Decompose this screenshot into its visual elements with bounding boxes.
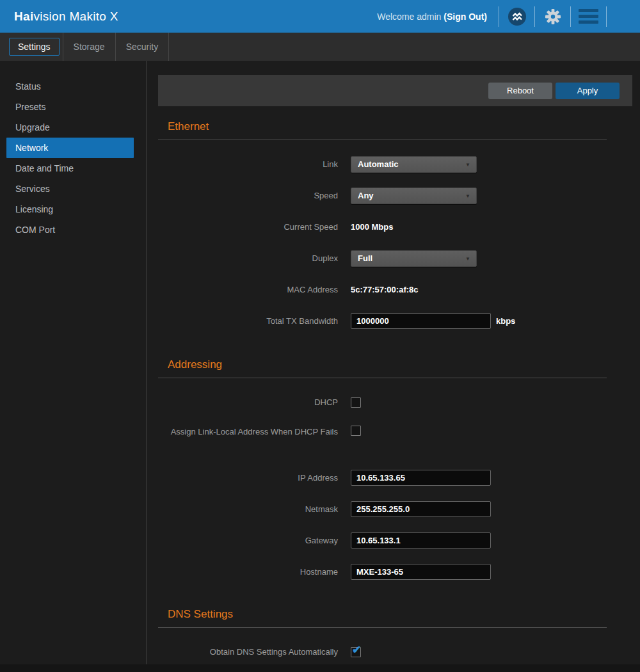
tab-storage[interactable]: Storage <box>63 33 115 61</box>
duplex-select[interactable]: Full ▼ <box>351 250 477 267</box>
welcome-text: Welcome admin <box>377 12 441 22</box>
form-row-mac-address: MAC Address 5c:77:57:00:af:8c <box>158 274 607 305</box>
form-row-link-local: Assign Link-Local Address When DHCP Fail… <box>158 418 607 462</box>
section-ethernet: Ethernet Link Automatic ▼ Speed <box>158 120 607 337</box>
speed-select-value: Any <box>358 191 374 200</box>
chevron-down-icon: ▼ <box>465 162 470 168</box>
ip-address-label: IP Address <box>158 472 338 484</box>
sign-out-link[interactable]: (Sign Out) <box>444 12 487 22</box>
section-dns-settings: DNS Settings Obtain DNS Settings Automat… <box>158 607 607 664</box>
logo-bold: Hai <box>14 10 33 23</box>
link-label: Link <box>158 158 338 171</box>
settings-sidebar: Status Presets Upgrade Network Date and … <box>0 61 147 664</box>
sidebar-item-services[interactable]: Services <box>0 179 146 199</box>
duplex-label: Duplex <box>158 252 338 265</box>
bottom-strip <box>0 664 640 672</box>
settings-gear-button[interactable] <box>535 0 570 33</box>
dhcp-label: DHCP <box>158 396 338 409</box>
current-speed-value: 1000 Mbps <box>351 222 393 232</box>
netmask-input[interactable] <box>351 501 491 517</box>
hostname-input[interactable] <box>351 564 491 580</box>
app-header: Haivision Makito X Welcome admin (Sign O… <box>0 0 640 33</box>
tab-settings[interactable]: Settings <box>9 38 60 56</box>
speed-select[interactable]: Any ▼ <box>351 188 477 204</box>
link-local-label: Assign Link-Local Address When DHCP Fail… <box>158 426 338 438</box>
obtain-dns-label: Obtain DNS Settings Automatically <box>158 646 338 659</box>
haivision-wave-icon <box>508 8 526 26</box>
apply-button[interactable]: Apply <box>556 83 620 99</box>
obtain-dns-checkbox[interactable] <box>351 647 361 657</box>
mac-address-value: 5c:77:57:00:af:8c <box>351 285 419 294</box>
form-row-dhcp: DHCP <box>158 387 607 418</box>
logo-rest: vision Makito X <box>33 10 118 23</box>
form-row-ip-address: IP Address <box>158 462 607 493</box>
tab-bar: Settings Storage Security <box>0 33 640 61</box>
link-select-value: Automatic <box>358 159 399 169</box>
total-tx-bandwidth-label: Total TX Bandwidth <box>158 315 338 328</box>
menu-button[interactable] <box>571 0 606 33</box>
tab-security[interactable]: Security <box>116 33 169 61</box>
network-settings-panel: Reboot Apply Ethernet Link Automatic ▼ <box>147 61 640 664</box>
form-row-obtain-dns: Obtain DNS Settings Automatically <box>158 636 607 664</box>
sidebar-item-upgrade[interactable]: Upgrade <box>0 117 146 138</box>
section-title: Addressing <box>158 358 607 372</box>
sidebar-item-network[interactable]: Network <box>6 138 134 158</box>
ip-address-input[interactable] <box>351 470 491 486</box>
form-row-link: Link Automatic ▼ <box>158 148 607 180</box>
gateway-label: Gateway <box>158 534 338 547</box>
duplex-select-value: Full <box>358 253 372 263</box>
haivision-wave-button[interactable] <box>499 0 534 33</box>
netmask-label: Netmask <box>158 503 338 516</box>
sidebar-item-status[interactable]: Status <box>0 76 146 97</box>
link-select[interactable]: Automatic ▼ <box>351 156 477 173</box>
gear-icon <box>545 8 561 25</box>
link-local-checkbox[interactable] <box>351 426 361 436</box>
chevron-down-icon: ▼ <box>465 256 470 262</box>
current-speed-label: Current Speed <box>158 221 338 234</box>
reboot-button[interactable]: Reboot <box>488 83 552 99</box>
action-toolbar: Reboot Apply <box>158 75 632 106</box>
section-title: Ethernet <box>158 120 607 134</box>
sidebar-item-date-and-time[interactable]: Date and Time <box>0 158 146 179</box>
tab-separator <box>168 33 169 61</box>
form-row-duplex: Duplex Full ▼ <box>158 243 607 274</box>
app-logo: Haivision Makito X <box>14 10 118 24</box>
chevron-down-icon: ▼ <box>465 193 470 199</box>
mac-address-label: MAC Address <box>158 284 338 296</box>
form-row-total-tx-bandwidth: Total TX Bandwidth kbps <box>158 305 607 337</box>
form-row-netmask: Netmask <box>158 493 607 525</box>
form-row-speed: Speed Any ▼ <box>158 180 607 211</box>
kbps-unit-label: kbps <box>496 316 515 326</box>
speed-label: Speed <box>158 189 338 202</box>
sidebar-item-presets[interactable]: Presets <box>0 97 146 117</box>
section-title: DNS Settings <box>158 607 607 621</box>
gateway-input[interactable] <box>351 532 491 548</box>
form-row-current-speed: Current Speed 1000 Mbps <box>158 211 607 243</box>
dhcp-checkbox[interactable] <box>351 397 361 408</box>
form-row-hostname: Hostname <box>158 556 607 588</box>
sidebar-item-com-port[interactable]: COM Port <box>0 220 146 240</box>
form-row-gateway: Gateway <box>158 525 607 556</box>
menu-icon <box>579 9 598 24</box>
sidebar-item-licensing[interactable]: Licensing <box>0 199 146 220</box>
section-addressing: Addressing DHCP Assign Link-Local Addres… <box>158 358 607 588</box>
total-tx-bandwidth-input[interactable] <box>351 313 491 329</box>
hostname-label: Hostname <box>158 566 338 579</box>
